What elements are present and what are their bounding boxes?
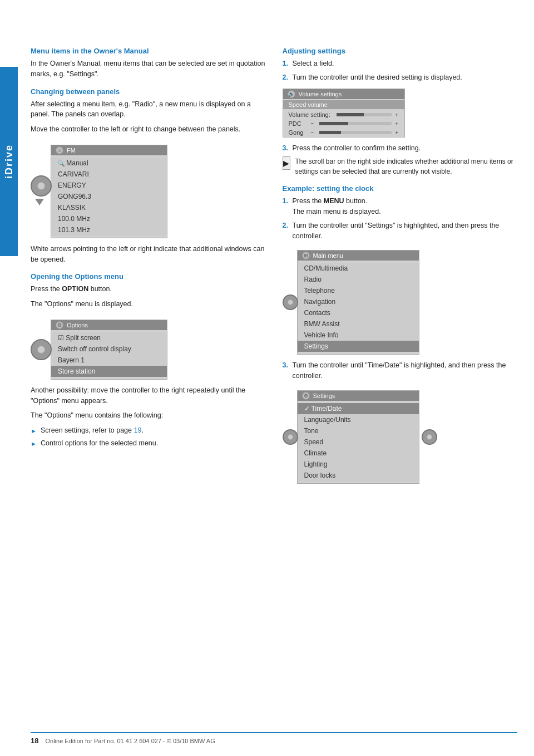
settings-row-5: Lighting <box>298 459 419 470</box>
fm-body: 🔍 Manual CARIVARI ENERGY GONG96.3 KLASSI… <box>51 155 167 238</box>
controller-inner <box>37 182 45 190</box>
menu-items-body: In the Owner's Manual, menu items that c… <box>31 58 266 80</box>
fm-row-2: ENERGY <box>51 180 167 191</box>
vol-fill-main <box>337 113 364 116</box>
scroll-triangle: ▶ <box>283 158 289 169</box>
fm-row-6: 101.3 MHz <box>51 224 167 235</box>
mainmenu-controller <box>283 294 298 310</box>
fm-row-4: KLASSIK <box>51 202 167 213</box>
bullet-text-2: Control options for the selected menu. <box>41 438 158 449</box>
option-bold: OPTION <box>62 285 88 293</box>
bullet-arrow-2: ► <box>31 438 41 449</box>
options-screenshot: ⚙ Options ☑ Split screen Switch off cont… <box>51 320 167 380</box>
mainmenu-icon: ⊞ <box>302 252 310 259</box>
settings-row-3: Speed <box>298 436 419 448</box>
idrive-tab: iDrive <box>0 67 18 256</box>
options-controller-inner <box>37 346 45 354</box>
step-2: 2. Turn the controller until the desired… <box>283 72 518 83</box>
fm-row-5: 100.0 MHz <box>51 213 167 224</box>
changing-panels-heading: Changing between panels <box>31 87 266 96</box>
mainmenu-screenshot-container: ⊞ Main menu CD/Multimedia Radio Telephon… <box>283 244 518 360</box>
settings-row-0: ✓ Time/Date <box>298 403 419 414</box>
mainmenu-row-1: Radio <box>298 274 419 285</box>
menu-bold: MENU <box>324 197 344 205</box>
page-footer: 18 Online Edition for Part no. 01 41 2 6… <box>31 732 517 745</box>
options-row-1: Switch off control display <box>51 343 167 355</box>
options-body4: The "Options" menu contains the followin… <box>31 410 266 421</box>
fm-title: FM <box>67 147 76 154</box>
settings-controller-right-inner <box>427 434 432 440</box>
bullet-item-2: ► Control options for the selected menu. <box>31 438 266 449</box>
fm-row-1: CARIVARI <box>51 169 167 180</box>
step2-text: Turn the controller until the desired se… <box>293 72 518 83</box>
scroll-note-text: The scroll bar on the right side indicat… <box>295 156 517 176</box>
mainmenu-body: CD/Multimedia Radio Telephone Navigation… <box>298 261 419 354</box>
mainmenu-controller-inner <box>288 300 293 305</box>
settings-row-2: Tone <box>298 425 419 436</box>
ex-step-1: 1. Press the MENU button. The main menu … <box>283 196 518 217</box>
options-body: ☑ Split screen Switch off control displa… <box>51 330 167 379</box>
step2-num: 2. <box>283 72 293 83</box>
vol-bar-label: Volume setting: <box>289 111 333 118</box>
options-body2: The "Options" menu is displayed. <box>31 299 266 310</box>
arrow-down-icon <box>35 199 44 205</box>
settings-icon: ⚙ <box>302 392 310 400</box>
options-titlebar: ⚙ Options <box>51 320 167 330</box>
scroll-indicator-box: ▶ <box>283 156 291 170</box>
vol-plus-main: + <box>395 111 398 118</box>
ex-step3-text: Turn the controller until "Time/Date" is… <box>293 360 518 381</box>
options-row-2: Bayern 1 <box>51 355 167 366</box>
options-body1: Press the OPTION button. <box>31 284 266 294</box>
left-column: Menu items in the Owner's Manual In the … <box>31 33 266 489</box>
step3-text: Press the controller to confirm the sett… <box>293 143 518 154</box>
ex-step-2: 2. Turn the controller until "Settings" … <box>283 220 518 242</box>
options-title: Options <box>67 322 88 328</box>
settings-screenshot: ⚙ Settings ✓ Time/Date Language/Units To… <box>297 390 419 484</box>
adjusting-settings-heading: Adjusting settings <box>283 47 518 55</box>
mainmenu-titlebar: ⊞ Main menu <box>298 251 419 261</box>
mainmenu-row-3: Navigation <box>298 296 419 307</box>
volume-main-bar: Volume setting: + <box>283 110 404 119</box>
ex-step2-num: 2. <box>283 220 293 242</box>
options-icon: ⚙ <box>56 321 63 329</box>
settings-controller-inner <box>288 434 293 440</box>
step1-num: 1. <box>283 58 293 69</box>
panels-caption: White arrows pointing to the left or rig… <box>31 244 266 265</box>
settings-controller-right <box>422 429 437 445</box>
volume-bar-main <box>337 113 392 116</box>
ex-step3-num: 3. <box>283 360 293 381</box>
mainmenu-row-7: Settings <box>298 341 419 352</box>
mainmenu-row-4: Contacts <box>298 307 419 318</box>
scroll-note-box: ▶ The scroll bar on the right side indic… <box>283 156 518 176</box>
settings-row-6: Door locks <box>298 470 419 481</box>
step3-num: 3. <box>283 143 293 154</box>
bullet1-link[interactable]: 19 <box>134 426 141 434</box>
vol-row-0: PDC − + <box>283 119 404 128</box>
options-row-3: Store station <box>51 366 167 377</box>
fm-row-0: 🔍 Manual <box>51 158 167 169</box>
bullet-arrow-1: ► <box>31 425 41 436</box>
volume-screenshot: 🔊 Volume settings Speed volume Volume se… <box>283 89 405 138</box>
fm-titlebar: ♪ FM <box>51 145 167 155</box>
fm-screenshot-container: ♪ FM 🔍 Manual CARIVARI ENERGY GONG96.3 K… <box>31 139 266 244</box>
volume-subtitle: Speed volume <box>283 100 404 109</box>
menu-items-heading: Menu items in the Owner's Manual <box>31 47 266 55</box>
mainmenu-row-6: Vehicle Info <box>298 330 419 341</box>
example-clock-heading: Example: setting the clock <box>283 184 518 193</box>
mainmenu-title: Main menu <box>313 252 343 259</box>
bullet-text-1: Screen settings, refer to page 19. <box>41 425 144 436</box>
ex-step-3: 3. Turn the controller until "Time/Date"… <box>283 360 518 381</box>
mainmenu-screenshot: ⊞ Main menu CD/Multimedia Radio Telephon… <box>297 250 419 355</box>
footer-copyright: Online Edition for Part no. 01 41 2 604 … <box>45 738 215 744</box>
settings-row-4: Climate <box>298 448 419 459</box>
right-column: Adjusting settings 1. Select a field. 2.… <box>283 33 518 489</box>
volume-rows: PDC − + Gong − + <box>283 119 404 137</box>
settings-row-1: Language/Units <box>298 414 419 425</box>
page-container: iDrive Menu items in the Owner's Manual … <box>0 0 534 756</box>
mainmenu-row-0: CD/Multimedia <box>298 263 419 274</box>
options-menu-heading: Opening the Options menu <box>31 272 266 281</box>
changing-panels-body2: Move the controller to the left or right… <box>31 124 266 135</box>
step-3: 3. Press the controller to confirm the s… <box>283 143 518 154</box>
changing-panels-body1: After selecting a menu item, e.g. "Radio… <box>31 99 266 120</box>
volume-titlebar: 🔊 Volume settings <box>283 89 404 99</box>
